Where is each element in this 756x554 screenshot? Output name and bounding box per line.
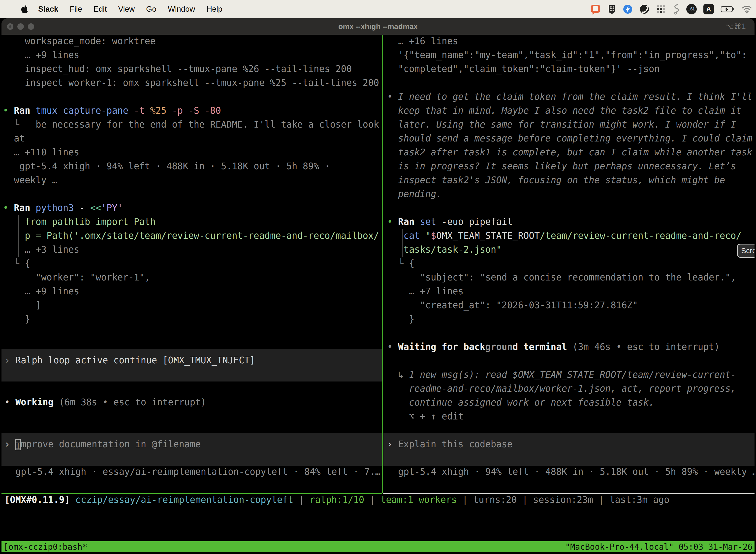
terminal-text-segment: continue assigned work or next feasible …: [387, 397, 654, 408]
terminal-row: tasks/task-2.json": [387, 243, 755, 257]
terminal-row: [OMX#0.11.9] cczip/essay/ai-reimplementa…: [4, 493, 670, 507]
screen-recording-icon[interactable]: [590, 4, 601, 15]
left-prompt-input[interactable]: › Improve documentation in @filename: [4, 437, 201, 451]
terminal-text-segment: ⌥ + ↑ edit: [387, 411, 463, 422]
tmux-session-label[interactable]: [omx-cczip0:bash*: [3, 542, 87, 552]
terminal-row: … +9 lines: [3, 284, 380, 298]
terminal-row: from pathlib import Path: [3, 215, 380, 229]
terminal-text-segment: 'PY': [101, 203, 123, 213]
percent-badge[interactable]: ..61: [686, 4, 697, 14]
pane-divider-vertical[interactable]: [382, 35, 383, 493]
terminal-text-segment: "worker": "worker-1",: [3, 272, 150, 283]
loop-notice-row: › Ralph loop active continue [OMX_TMUX_I…: [4, 353, 255, 367]
terminal-text-segment: "created_at": "2026-03-31T11:59:27.816Z": [387, 300, 638, 311]
terminal-text-segment: … +3 lines: [3, 244, 79, 255]
terminal-row: └ be necessary for the end of the README…: [3, 118, 380, 131]
battery-icon[interactable]: [720, 5, 735, 13]
a-badge[interactable]: A: [703, 4, 714, 14]
apple-menu-icon[interactable]: [21, 5, 28, 14]
terminal-window: omx --xhigh --madmax ⌥⌘1 workspace_mode:…: [1, 18, 755, 554]
menu-item-file[interactable]: File: [64, 5, 88, 13]
terminal-row: gpt-5.4 xhigh · 94% left · 488K in · 5.1…: [3, 159, 380, 173]
dots-grid-icon[interactable]: [656, 4, 666, 14]
terminal-row: • Ran set -euo pipefail: [387, 215, 755, 229]
terminal-text-segment: -: [74, 203, 85, 213]
terminal-text-segment: d terminal: [512, 341, 567, 352]
input-placeholder: mprove documentation in @filename: [21, 439, 201, 449]
terminal-text-segment: /team/review-current-readme-and-reco/: [540, 230, 741, 241]
arc-swoosh-icon[interactable]: [639, 4, 649, 14]
terminal-text-segment: └: [3, 119, 36, 130]
terminal-text-segment: | turns:20 | session:23m | last:3m ago: [457, 494, 670, 505]
terminal-text-segment: p = Path('.omx/state/team/review-current…: [3, 230, 379, 241]
window-title-bar[interactable]: omx --xhigh --madmax ⌥⌘1: [1, 18, 755, 35]
terminal-text-segment: set: [415, 216, 436, 227]
menu-bar: SlackFileEditViewGoWindowHelp ..61 A: [0, 0, 756, 18]
terminal-row: ]: [3, 298, 380, 312]
terminal-text-segment: •: [4, 397, 15, 407]
menu-item-go[interactable]: Go: [140, 5, 162, 13]
terminal-text-segment: gpt-5.4 xhigh · 94% left · 488K in · 5.1…: [3, 161, 330, 171]
terminal-text-segment: inspect task2's JSON, focusing on the st…: [387, 175, 725, 185]
menu-item-edit[interactable]: Edit: [88, 5, 112, 13]
terminal-row: p = Path('.omx/state/team/review-current…: [3, 229, 380, 243]
terminal-row: is in progress? It seems likely but perh…: [387, 159, 755, 173]
terminal-text-segment: ]: [3, 300, 41, 311]
shield-grid-icon[interactable]: [608, 4, 616, 14]
wifi-icon[interactable]: [742, 5, 752, 13]
terminal-row: └ {: [387, 257, 755, 271]
terminal-text-segment: '{"team_name":"my-team","task_id":"1","f…: [387, 50, 747, 60]
right-prompt-input[interactable]: › Explain this codebase: [387, 437, 512, 451]
terminal-text-segment: •: [387, 341, 398, 352]
terminal-row: pending.: [387, 187, 755, 201]
terminal-row: [387, 326, 755, 340]
terminal-row: • Working (6m 38s • esc to interrupt): [4, 395, 206, 409]
terminal-text-segment: team:1 workers: [380, 494, 457, 505]
terminal-row: ↳ 1 new msg(s): read $OMX_TEAM_STATE_ROO…: [387, 368, 755, 382]
screen: SlackFileEditViewGoWindowHelp ..61 A: [0, 0, 756, 554]
terminal-text-segment: }: [3, 314, 30, 324]
terminal-row: later. Using the same for transition mig…: [387, 118, 755, 131]
terminal-row: '{"team_name":"my-team","task_id":"1","f…: [387, 48, 755, 62]
menu-item-view[interactable]: View: [112, 5, 140, 13]
tmux-status-bar: [omx-cczip0:bash* "MacBook-Pro-44.local"…: [1, 541, 755, 552]
terminal-text-segment: groun: [485, 341, 513, 352]
terminal-text-segment: |: [294, 494, 310, 505]
screen-share-chip[interactable]: Scre: [737, 244, 755, 258]
terminal-text-segment: tmux capture-pane: [30, 105, 128, 116]
terminal-row: "subject": "send a concise recommendatio…: [387, 271, 755, 284]
terminal-text-segment: Ran: [14, 203, 30, 213]
menu-item-help[interactable]: Help: [201, 5, 228, 13]
terminal-row: • Waiting for background terminal (3m 46…: [387, 340, 755, 354]
terminal-text-segment: •: [3, 203, 14, 213]
terminal-row: [387, 201, 755, 215]
terminal-text-segment: ›: [4, 355, 15, 366]
terminal-row: inspect_worker-1: omx sparkshell --tmux-…: [3, 76, 380, 90]
terminal-text-segment: keep that in mind. Maybe I also need the…: [387, 105, 741, 116]
terminal-text-segment: readme-and-reco/mailbox/worker-1.json, a…: [387, 383, 736, 394]
terminal-text-segment: … +16 lines: [387, 36, 458, 46]
terminal-text-segment: •: [3, 105, 14, 116]
terminal-row: └ {: [3, 257, 380, 271]
terminal-row: [3, 90, 380, 104]
terminal-row: "created_at": "2026-03-31T11:59:27.816Z": [387, 298, 755, 312]
bolt-circle-icon[interactable]: [623, 4, 633, 14]
terminal-text-segment: OMX_TEAM_STATE_ROOT: [436, 230, 540, 241]
terminal-text-segment: (3m 46s • esc to interrupt): [567, 341, 719, 352]
input-placeholder: Explain this codebase: [398, 439, 512, 449]
terminal-text-segment: cat: [387, 230, 425, 241]
percent-badge-label: ..61: [688, 7, 695, 11]
terminal-row: [387, 76, 755, 90]
menu-item-window[interactable]: Window: [162, 5, 201, 13]
terminal-text-segment: {: [409, 258, 415, 269]
terminal-text-segment: ↳ 1 new msg(s): read $OMX_TEAM_STATE_ROO…: [387, 369, 736, 380]
terminal-text-segment: -t: [128, 105, 145, 116]
terminal-text-segment: "completed","claim_token":"claim-token"}…: [387, 63, 660, 74]
terminal-row: … +3 lines: [3, 243, 380, 257]
s-curve-icon[interactable]: [673, 4, 680, 15]
menu-items: SlackFileEditViewGoWindowHelp: [28, 5, 228, 14]
terminal-text-segment: └: [387, 258, 409, 269]
menu-item-slack[interactable]: Slack: [28, 5, 64, 13]
window-shortcut-hint: ⌥⌘1: [725, 18, 746, 35]
terminal-text-segment: %25: [145, 105, 167, 116]
